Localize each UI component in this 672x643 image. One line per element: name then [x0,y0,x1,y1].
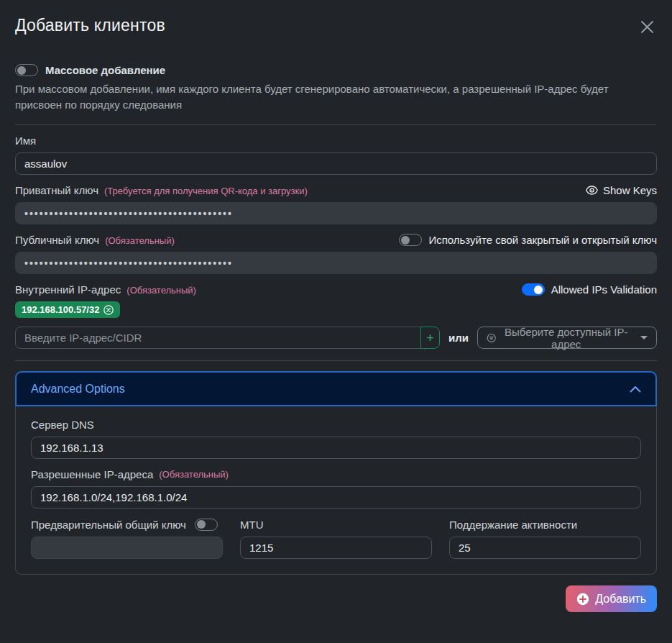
use-own-keys-toggle[interactable] [399,234,422,246]
available-ip-dropdown[interactable]: Выберите доступный IP-адрес [477,327,657,349]
advanced-options-body: Сервер DNS Разрешенные IP-адреса (Обязат… [15,406,657,575]
toggle-knob [534,286,543,294]
bulk-add-section: Массовое добавление При массовом добавле… [15,64,657,113]
preshared-key-input[interactable] [31,537,223,559]
advanced-options-title: Advanced Options [31,383,125,396]
preshared-key-group: Предварительный общий ключ [31,518,223,559]
bulk-add-label: Массовое добавление [45,64,165,76]
show-keys-label: Show Keys [603,184,657,196]
add-button[interactable]: Добавить [566,585,657,612]
divider [15,360,657,361]
mtu-input[interactable] [240,537,432,559]
preshared-key-toggle[interactable] [195,519,218,531]
name-label: Имя [15,134,657,147]
advanced-options-header[interactable]: Advanced Options [15,371,657,406]
use-own-keys-label: Используйте свой закрытый и открытый клю… [428,234,657,246]
ip-badge: 192.168.100.57/32 [15,301,120,318]
keepalive-label: Поддержание активности [449,519,577,531]
dns-label: Сервер DNS [31,419,641,431]
eye-icon [586,186,598,195]
allowed-ips-validation-label: Allowed IPs Validation [551,283,657,296]
toggle-knob [197,520,206,529]
add-button-label: Добавить [595,593,646,606]
public-key-label: Публичный ключ [15,234,99,246]
modal-header: Добавить клиентов [15,16,657,37]
mtu-group: MTU [240,518,432,559]
public-key-group: Публичный ключ (Обязательный) Используйт… [15,234,657,274]
private-key-group: Приватный ключ (Требуется для получения … [15,184,657,224]
dns-group: Сервер DNS [31,419,641,459]
close-icon[interactable] [638,17,657,37]
remove-ip-icon[interactable] [103,305,114,315]
name-field-group: Имя [15,134,657,175]
ip-cidr-input[interactable] [15,327,421,349]
page-title: Добавить клиентов [15,16,165,35]
allowed-ips-hint: (Обязательный) [159,469,229,480]
allowed-ips-label: Разрешенные IP-адреса [31,468,153,480]
private-key-input[interactable] [15,202,657,224]
add-ip-button[interactable]: + [420,327,440,349]
add-clients-modal: Добавить клиентов Массовое добавление Пр… [0,0,672,643]
allowed-ips-input[interactable] [31,486,641,509]
allowed-ips-validation-toggle[interactable] [522,283,545,296]
or-label: или [448,332,469,344]
mtu-label: MTU [240,519,264,531]
private-key-label: Приватный ключ [15,184,98,196]
internal-ip-label: Внутренний IP-адрес [15,283,121,296]
dns-input[interactable] [31,437,641,459]
toggle-knob [401,236,410,245]
caret-down-icon [640,336,648,339]
keepalive-group: Поддержание активности [449,518,641,559]
modal-footer: Добавить [15,585,657,612]
advanced-bottom-row: Предварительный общий ключ MTU Поддержан… [31,518,641,559]
internal-ip-hint: (Обязательный) [126,285,196,296]
ip-badge-value: 192.168.100.57/32 [22,304,99,315]
name-input[interactable] [15,152,657,175]
show-keys-button[interactable]: Show Keys [586,184,657,196]
list-circle-icon [487,332,496,344]
public-key-hint: (Обязательный) [105,235,175,246]
private-key-hint: (Требуется для получения QR-кода и загру… [104,186,308,196]
toggle-knob [17,66,26,75]
bulk-add-description: При массовом добавлении, имя каждого кли… [15,81,648,113]
chevron-up-icon [630,386,641,393]
bulk-add-toggle[interactable] [15,64,38,76]
ip-input-row: + или Выберите доступный IP-адрес [15,327,657,349]
divider [15,124,657,125]
advanced-options-accordion: Advanced Options Сервер DNS Разрешенные … [15,371,657,575]
available-ip-dropdown-label: Выберите доступный IP-адрес [502,326,630,350]
plus-circle-icon [576,593,589,606]
allowed-ips-group: Разрешенные IP-адреса (Обязательный) [31,468,641,509]
internal-ip-group: Внутренний IP-адрес (Обязательный) Allow… [15,283,657,349]
public-key-input[interactable] [15,252,657,274]
preshared-key-label: Предварительный общий ключ [31,519,186,531]
keepalive-input[interactable] [449,537,641,559]
